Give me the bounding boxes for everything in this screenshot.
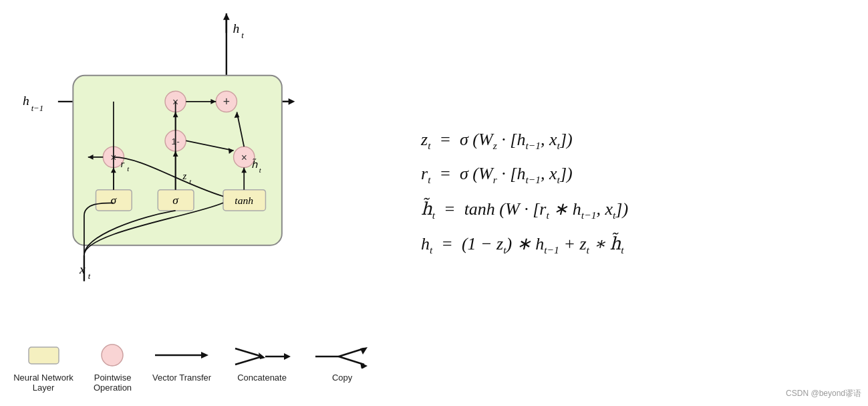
- gru-diagram: h t h t−1 x t σ σ tanh: [7, 13, 381, 294]
- equation-4: ht = (1 − zt) ∗ ht−1 + zt ∗ h̃t: [421, 233, 848, 256]
- svg-line-58: [235, 357, 262, 365]
- neural-network-layer-icon: [25, 344, 62, 367]
- concatenate-icon: [232, 342, 292, 369]
- diagram-area: h t h t−1 x t σ σ tanh: [7, 13, 394, 399]
- svg-text:r: r: [121, 159, 125, 169]
- svg-text:t: t: [88, 272, 91, 281]
- legend-area: Neural Network Layer PointwiseOperation: [7, 335, 474, 399]
- svg-line-56: [235, 348, 262, 357]
- vector-transfer-icon: [152, 345, 212, 365]
- svg-text:h̃: h̃: [251, 159, 258, 170]
- equation-1: zt = σ (Wz · [ht−1, xt]): [421, 130, 848, 152]
- vector-transfer-label: Vector Transfer: [152, 373, 211, 383]
- pointwise-operation-label: PointwiseOperation: [94, 373, 132, 393]
- svg-marker-55: [201, 352, 208, 359]
- svg-marker-57: [259, 352, 265, 359]
- legend-vector-transfer: Vector Transfer: [152, 342, 212, 383]
- legend-neural-network-layer: Neural Network Layer: [13, 342, 74, 393]
- svg-rect-52: [29, 347, 59, 364]
- svg-text:t: t: [241, 31, 244, 40]
- equation-2: rt = σ (Wr · [ht−1, xt]): [421, 164, 848, 186]
- svg-text:σ: σ: [111, 193, 118, 207]
- concatenate-label: Concatenate: [237, 373, 287, 383]
- legend-copy: Copy: [312, 342, 372, 383]
- neural-network-layer-label: Neural Network Layer: [13, 373, 74, 393]
- svg-point-53: [102, 344, 123, 366]
- svg-text:h: h: [233, 21, 240, 35]
- svg-text:σ: σ: [172, 193, 179, 207]
- svg-text:×: ×: [241, 152, 247, 163]
- svg-text:tanh: tanh: [235, 195, 253, 206]
- svg-marker-63: [360, 347, 368, 354]
- svg-line-62: [339, 348, 364, 357]
- legend-concatenate: Concatenate: [232, 342, 292, 383]
- legend-pointwise-operation: PointwiseOperation: [94, 342, 132, 393]
- svg-text:t−1: t−1: [31, 104, 43, 113]
- watermark: CSDN @beyond谬语: [786, 388, 861, 399]
- copy-icon: [312, 342, 372, 369]
- equation-3: h̃t = tanh (W · [rt ∗ ht−1, xt]): [421, 199, 848, 221]
- pointwise-operation-icon: [98, 340, 128, 371]
- svg-text:z: z: [182, 171, 186, 181]
- svg-text:h: h: [23, 94, 29, 108]
- copy-label: Copy: [332, 373, 352, 383]
- svg-text:+: +: [223, 95, 230, 108]
- svg-marker-65: [360, 363, 368, 369]
- svg-marker-60: [284, 353, 291, 360]
